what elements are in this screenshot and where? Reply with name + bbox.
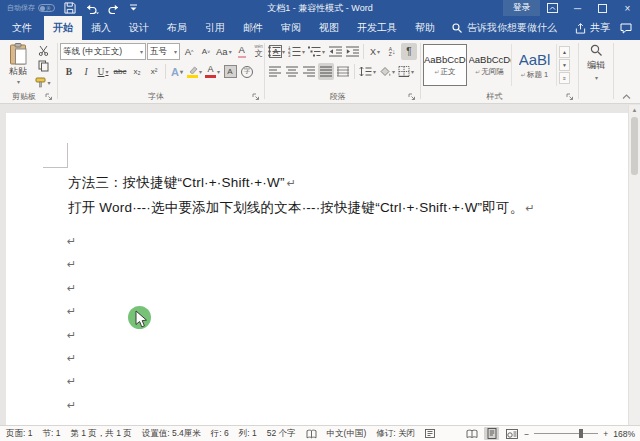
sort-icon[interactable]: AZ↓ [384,43,400,60]
text-line-2[interactable]: 打开 Word·--·选中要添加下划线的文本·--·按快捷键“Ctrl·+·Sh… [68,199,535,217]
copy-icon[interactable] [35,59,51,73]
status-column[interactable]: 列: 1 [239,428,257,440]
customize-toolbar-icon[interactable] [129,4,138,12]
zoom-slider[interactable] [534,427,598,440]
multilevel-list-icon[interactable] [307,43,326,60]
scrollbar-thumb[interactable] [631,117,638,175]
tab-insert[interactable]: 插入 [82,16,120,40]
signin-button[interactable]: 登录 [503,0,540,16]
maximize-button[interactable] [590,0,615,16]
tell-me-search[interactable]: 告诉我你想要做什么 [452,16,557,40]
text-line-1[interactable]: 方法三：按快捷键“Ctrl·+·Shift·+·W”↵ [68,174,296,192]
cut-icon[interactable] [35,43,51,57]
scroll-up-icon[interactable]: ▲ [629,107,640,113]
highlight-color-button[interactable] [186,63,203,80]
find-icon [590,44,603,57]
font-name-combo[interactable]: 等线 (中文正文) [60,43,146,60]
tab-review[interactable]: 审阅 [272,16,310,40]
tab-home[interactable]: 开始 [44,16,82,40]
close-button[interactable]: × [615,0,640,16]
read-mode-icon[interactable] [464,427,479,440]
zoom-level[interactable]: 168% [613,429,635,439]
styles-dialog-launcher-icon[interactable] [566,93,574,101]
bullets-icon[interactable] [267,43,286,60]
status-page-of[interactable]: 第 1 页，共 1 页 [70,428,131,440]
change-case-button[interactable]: Aa [215,43,233,60]
font-color-button[interactable]: A [204,63,221,80]
styles-scroll-down-icon[interactable]: ▼ [559,59,570,71]
align-left-icon[interactable] [267,63,283,80]
clipboard-dialog-launcher-icon[interactable] [45,93,53,101]
ribbon-home: 粘贴 剪贴板 等线 (中文正文) 五号 [0,40,640,104]
tab-mailings[interactable]: 邮件 [234,16,272,40]
tab-developer[interactable]: 开发工具 [348,16,406,40]
print-layout-icon[interactable] [484,427,499,440]
status-language[interactable]: 中文(中国) [327,428,367,440]
style-no-spacing[interactable]: AaBbCcDd 无间隔 [468,44,512,86]
clear-formatting-icon[interactable]: A [234,43,250,60]
subscript-button[interactable]: x₂ [129,63,145,80]
status-track-changes[interactable]: 修订: 关闭 [376,428,415,440]
paragraph-mark: ↵ [67,277,76,300]
justify-icon[interactable] [318,63,334,80]
tab-view[interactable]: 视图 [310,16,348,40]
tab-design[interactable]: 设计 [120,16,158,40]
styles-scroll-up-icon[interactable]: ▲ [559,46,570,58]
tab-help[interactable]: 帮助 [406,16,444,40]
style-normal[interactable]: AaBbCcDd 正文 [423,44,467,86]
tab-layout[interactable]: 布局 [158,16,196,40]
status-page[interactable]: 页面: 1 [6,428,32,440]
shading-bucket-icon[interactable] [378,63,396,80]
share-button[interactable]: 共享 [569,16,616,40]
zoom-slider-thumb[interactable] [579,429,583,438]
align-center-icon[interactable] [284,63,300,80]
web-layout-icon[interactable] [504,427,519,440]
borders-icon[interactable] [397,63,415,80]
undo-icon[interactable] [85,3,99,14]
format-painter-icon[interactable] [35,75,51,89]
editing-button[interactable]: 编辑 [582,44,610,81]
vertical-scrollbar[interactable]: ▲ [628,105,640,425]
strikethrough-button[interactable]: abc [112,63,128,80]
align-right-icon[interactable] [301,63,317,80]
italic-button[interactable]: I [78,63,94,80]
grow-font-button[interactable]: A^ [181,43,197,60]
proofing-icon[interactable] [306,429,317,439]
asian-layout-button[interactable]: X [367,43,383,60]
styles-more-icon[interactable]: ≡ [559,72,570,84]
ribbon-display-options-icon[interactable] [540,0,565,16]
zoom-out-button[interactable]: − [524,429,529,439]
collapse-ribbon-icon[interactable] [622,94,631,99]
line-spacing-icon[interactable] [358,63,377,80]
comments-icon[interactable] [616,16,640,40]
font-size-combo[interactable]: 五号 [147,43,180,60]
status-line[interactable]: 行: 6 [211,428,229,440]
tab-file[interactable]: 文件 [0,16,44,40]
enclose-characters-icon[interactable]: 字 [239,63,255,80]
tab-references[interactable]: 引用 [196,16,234,40]
distribute-icon[interactable] [335,63,351,80]
text-effects-button[interactable]: A [169,63,185,80]
bold-button[interactable]: B [61,63,77,80]
increase-indent-icon[interactable] [344,43,360,60]
font-dialog-launcher-icon[interactable] [252,93,260,101]
autosave-toggle[interactable]: 自动保存 关 [7,3,55,13]
zoom-in-button[interactable]: + [603,429,608,439]
status-section[interactable]: 节: 1 [42,428,60,440]
status-word-count[interactable]: 52 个字 [267,428,296,440]
paragraph-dialog-launcher-icon[interactable] [408,93,416,101]
macro-recording-icon[interactable] [425,429,435,438]
numbering-icon[interactable]: 123 [287,43,306,60]
superscript-button[interactable]: x² [146,63,162,80]
character-shading-icon[interactable]: A [222,63,238,80]
decrease-indent-icon[interactable] [327,43,343,60]
status-vertical-position[interactable]: 设置值: 5.4厘米 [142,428,201,440]
document-page[interactable]: 方法三：按快捷键“Ctrl·+·Shift·+·W”↵ 打开 Word·--·选… [6,113,628,425]
shrink-font-button[interactable]: A˅ [198,43,214,60]
style-heading-1[interactable]: AaBl 标题 1 [513,44,557,86]
underline-button[interactable]: U [95,63,111,80]
show-hide-marks-button[interactable]: ¶ [401,43,417,60]
redo-icon[interactable] [108,3,120,14]
save-icon[interactable] [64,2,76,14]
minimize-button[interactable]: ─ [565,0,590,16]
